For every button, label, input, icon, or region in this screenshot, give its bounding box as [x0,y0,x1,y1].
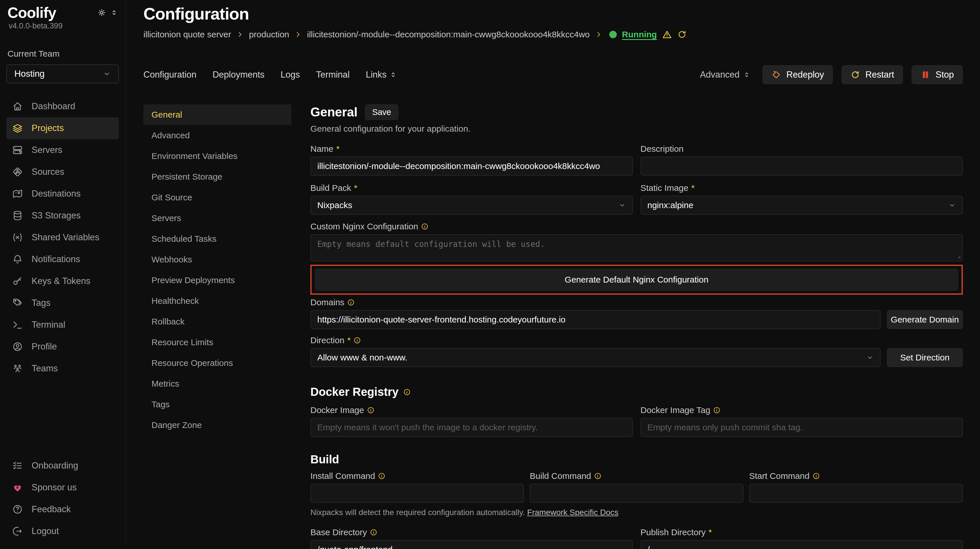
sidebar-item-profile[interactable]: Profile [6,336,119,358]
info-icon [347,299,355,306]
subnav-danger-zone[interactable]: Danger Zone [143,415,291,436]
tab-terminal[interactable]: Terminal [316,70,350,80]
info-icon [594,472,601,480]
build-command-input[interactable] [530,484,743,503]
install-command-input[interactable] [310,484,524,503]
set-direction-button[interactable]: Set Direction [887,348,963,367]
subnav-resource-operations[interactable]: Resource Operations [143,353,291,373]
info-icon [367,406,374,414]
tab-logs[interactable]: Logs [280,70,300,80]
subnav-advanced[interactable]: Advanced [143,125,291,146]
info-icon [421,223,428,230]
save-button[interactable]: Save [365,104,398,120]
resize-handle-icon[interactable] [955,253,961,259]
tab-links[interactable]: Links [366,70,397,80]
chevron-down-icon [948,202,956,209]
tab-configuration[interactable]: Configuration [143,70,196,80]
domains-input[interactable] [310,310,881,329]
sidebar-item-feedback[interactable]: Feedback [6,498,119,520]
sidebar-item-onboarding[interactable]: Onboarding [6,455,119,477]
nginx-config-textarea[interactable] [310,234,963,261]
general-form: General Save General configuration for y… [310,104,963,549]
start-command-input[interactable] [749,484,963,503]
subnav-servers[interactable]: Servers [143,208,291,229]
page-title: Configuration [143,4,963,23]
sidebar-item-logout[interactable]: Logout [6,520,119,542]
breadcrumb-environment[interactable]: production [249,30,289,40]
publish-directory-input[interactable] [641,540,963,549]
refresh-icon[interactable] [677,30,687,40]
static-image-select[interactable]: nginx:alpine [641,196,963,215]
sidebar-item-s3-storages[interactable]: S3 Storages [6,205,119,226]
help-circle-icon [12,504,23,515]
stop-button[interactable]: Stop [912,65,963,84]
tag-icon [12,298,23,309]
redeploy-button[interactable]: Redeploy [762,65,833,84]
sidebar-item-teams[interactable]: Teams [6,358,119,379]
subnav-resource-limits[interactable]: Resource Limits [143,332,291,353]
base-directory-input[interactable] [310,540,633,549]
sidebar-item-tags[interactable]: Tags [6,292,119,314]
config-subnav: General Advanced Environment Variables P… [143,104,291,549]
advanced-dropdown[interactable]: Advanced [700,70,750,80]
user-circle-icon [12,341,23,352]
nixpacks-note: Nixpacks will detect the required config… [310,508,963,517]
subnav-preview-deployments[interactable]: Preview Deployments [143,270,291,291]
subnav-persistent-storage[interactable]: Persistent Storage [143,166,291,187]
heart-icon [12,482,23,493]
theme-selector-chevrons-icon[interactable] [110,9,118,16]
subnav-metrics[interactable]: Metrics [143,373,291,394]
build-heading: Build [310,453,963,466]
breadcrumb-project[interactable]: illicitonion quote server [143,30,231,40]
sidebar-item-sources[interactable]: Sources [6,161,119,183]
sidebar-item-destinations[interactable]: Destinations [6,183,119,205]
chevron-down-icon [103,70,111,78]
team-select[interactable]: Hosting [6,64,119,83]
sidebar-item-notifications[interactable]: Notifications [6,248,119,270]
direction-select[interactable]: Allow www & non-www. [310,348,881,367]
sidebar-item-dashboard[interactable]: Dashboard [6,95,119,117]
general-subtitle: General configuration for your applicati… [310,124,963,134]
database-icon [12,210,23,221]
generate-domain-button[interactable]: Generate Domain [887,310,963,329]
terminal-icon [12,319,23,330]
subnav-environment-variables[interactable]: Environment Variables [143,146,291,166]
subnav-webhooks[interactable]: Webhooks [143,249,291,270]
status-dot [609,31,617,38]
framework-docs-link[interactable]: Framework Specific Docs [527,508,618,517]
status-running-link[interactable]: Running [622,30,657,40]
server-icon [12,145,23,156]
subnav-healthcheck[interactable]: Healthcheck [143,291,291,311]
docker-image-tag-input[interactable] [641,418,963,437]
sidebar-item-sponsor[interactable]: Sponsor us [6,477,119,498]
build-pack-select[interactable]: Nixpacks [310,196,633,215]
breadcrumb-application[interactable]: illicitestonion/-module--decomposition:m… [307,30,590,40]
sidebar-item-terminal[interactable]: Terminal [6,314,119,336]
sidebar-item-servers[interactable]: Servers [6,139,119,161]
name-input[interactable] [310,157,633,176]
restart-button[interactable]: Restart [842,65,903,84]
chevron-down-icon [866,354,873,361]
description-input[interactable] [641,157,963,176]
subnav-scheduled-tasks[interactable]: Scheduled Tasks [143,229,291,249]
subnav-git-source[interactable]: Git Source [143,187,291,208]
generate-nginx-config-button[interactable]: Generate Default Nginx Configuration [315,269,958,291]
sidebar-item-projects[interactable]: Projects [6,117,119,139]
docker-image-input[interactable] [310,418,633,437]
static-image-label: Static Image* [641,183,963,193]
publish-directory-label: Publish Directory* [641,527,963,537]
warning-triangle-icon[interactable] [662,30,672,40]
tab-deployments[interactable]: Deployments [212,70,264,80]
subnav-tags[interactable]: Tags [143,394,291,415]
build-pack-label: Build Pack* [310,183,633,193]
docker-image-label: Docker Image [310,405,633,415]
sidebar: Coolify v4.0.0-beta.399 Current Team Hos… [0,0,126,549]
nginx-config-label: Custom Nginx Configuration [310,221,963,231]
theme-sun-icon[interactable] [98,9,106,17]
subnav-general[interactable]: General [143,104,291,125]
sidebar-item-keys-tokens[interactable]: Keys & Tokens [6,270,119,292]
bell-icon [12,254,23,265]
sidebar-item-shared-variables[interactable]: Shared Variables [6,226,119,248]
subnav-rollback[interactable]: Rollback [143,311,291,332]
general-heading: General [310,105,358,119]
